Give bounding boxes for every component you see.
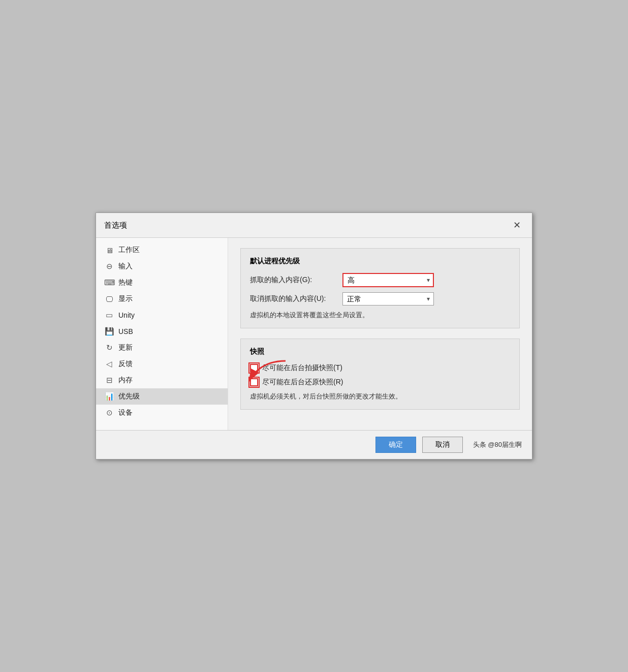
grab-row: 抓取的输入内容(G): 低 正常 高 最高 xyxy=(250,273,510,287)
sidebar-label-memory: 内存 xyxy=(118,376,133,385)
sidebar-item-display[interactable]: 🖵显示 xyxy=(96,291,228,307)
sidebar-label-update: 更新 xyxy=(118,343,133,352)
sidebar-item-usb[interactable]: 💾USB xyxy=(96,323,228,340)
sidebar-item-device[interactable]: ⊙设备 xyxy=(96,405,228,421)
device-icon: ⊙ xyxy=(104,408,114,417)
sidebar-item-unity[interactable]: ▭Unity xyxy=(96,307,228,323)
sidebar-item-priority[interactable]: 📊优先级 xyxy=(96,388,228,405)
sidebar-label-display: 显示 xyxy=(118,294,133,303)
memory-icon: ⊟ xyxy=(104,376,114,385)
sidebar-label-input: 输入 xyxy=(118,262,133,271)
sidebar-item-memory[interactable]: ⊟内存 xyxy=(96,372,228,388)
update-icon: ↻ xyxy=(104,343,114,352)
snapshot-capture-checkbox[interactable] xyxy=(250,364,258,372)
sidebar: 🖥工作区⊖输入⌨热键🖵显示▭Unity💾USB↻更新◁反馈⊟内存📊优先级⊙设备 xyxy=(96,238,228,430)
usb-icon: 💾 xyxy=(104,327,114,336)
sidebar-label-device: 设备 xyxy=(118,408,133,417)
dialog-body: 🖥工作区⊖输入⌨热键🖵显示▭Unity💾USB↻更新◁反馈⊟内存📊优先级⊙设备 … xyxy=(96,238,532,430)
sidebar-label-priority: 优先级 xyxy=(118,392,140,401)
display-icon: 🖵 xyxy=(104,295,114,303)
workspace-icon: 🖥 xyxy=(104,246,114,255)
snapshot-restore-row: 尽可能在后台还原快照(R) xyxy=(250,378,510,387)
section-snapshot-title: 快照 xyxy=(250,347,510,356)
dialog-footer: 确定 取消 头条 @80届生啊 xyxy=(96,430,532,459)
sidebar-label-unity: Unity xyxy=(118,311,135,319)
sidebar-item-feedback[interactable]: ◁反馈 xyxy=(96,356,228,372)
preferences-dialog: 首选项 ✕ 🖥工作区⊖输入⌨热键🖵显示▭Unity💾USB↻更新◁反馈⊟内存📊优… xyxy=(96,212,532,460)
snapshot-restore-checkbox[interactable] xyxy=(250,378,258,386)
sidebar-label-feedback: 反馈 xyxy=(118,359,133,369)
hotkey-icon: ⌨ xyxy=(104,278,114,287)
title-bar: 首选项 ✕ xyxy=(96,213,532,238)
ungrab-select-wrapper: 低 正常 高 最高 xyxy=(342,292,434,306)
ok-button[interactable]: 确定 xyxy=(375,437,416,453)
sidebar-item-hotkey[interactable]: ⌨热键 xyxy=(96,274,228,291)
ungrab-label: 取消抓取的输入内容(U): xyxy=(250,294,336,303)
sidebar-label-hotkey: 热键 xyxy=(118,278,133,287)
section-priority: 默认进程优先级 抓取的输入内容(G): 低 正常 高 最高 取消抓取的输入内容(… xyxy=(240,248,520,328)
snapshot-info-text: 虚拟机必须关机，对后台快照所做的更改才能生效。 xyxy=(250,392,510,401)
input-icon: ⊖ xyxy=(104,262,114,271)
dialog-title: 首选项 xyxy=(104,221,127,230)
priority-info-text: 虚拟机的本地设置将覆盖这些全局设置。 xyxy=(250,311,510,320)
snapshot-capture-label: 尽可能在后台拍摄快照(T) xyxy=(262,363,342,373)
close-button[interactable]: ✕ xyxy=(510,218,524,232)
unity-icon: ▭ xyxy=(104,311,114,320)
sidebar-item-update[interactable]: ↻更新 xyxy=(96,340,228,356)
sidebar-item-input[interactable]: ⊖输入 xyxy=(96,258,228,274)
grab-select-wrapper: 低 正常 高 最高 xyxy=(342,273,434,287)
feedback-icon: ◁ xyxy=(104,359,114,369)
sidebar-item-workspace[interactable]: 🖥工作区 xyxy=(96,242,228,258)
grab-label: 抓取的输入内容(G): xyxy=(250,276,336,285)
section-snapshot: 快照 尽可能在后台拍摄快照(T) xyxy=(240,339,520,410)
ungrab-row: 取消抓取的输入内容(U): 低 正常 高 最高 xyxy=(250,292,510,306)
snapshot-capture-row: 尽可能在后台拍摄快照(T) xyxy=(250,363,510,373)
cancel-button[interactable]: 取消 xyxy=(422,437,463,453)
sidebar-label-usb: USB xyxy=(118,327,133,335)
snapshot-restore-label: 尽可能在后台还原快照(R) xyxy=(262,378,343,387)
grab-select[interactable]: 低 正常 高 最高 xyxy=(342,273,434,287)
sidebar-label-workspace: 工作区 xyxy=(118,246,140,255)
priority-icon: 📊 xyxy=(104,392,114,401)
ungrab-select[interactable]: 低 正常 高 最高 xyxy=(342,292,434,306)
watermark: 头条 @80届生啊 xyxy=(473,440,522,449)
section-priority-title: 默认进程优先级 xyxy=(250,257,510,266)
content-area: 默认进程优先级 抓取的输入内容(G): 低 正常 高 最高 取消抓取的输入内容(… xyxy=(228,238,532,430)
